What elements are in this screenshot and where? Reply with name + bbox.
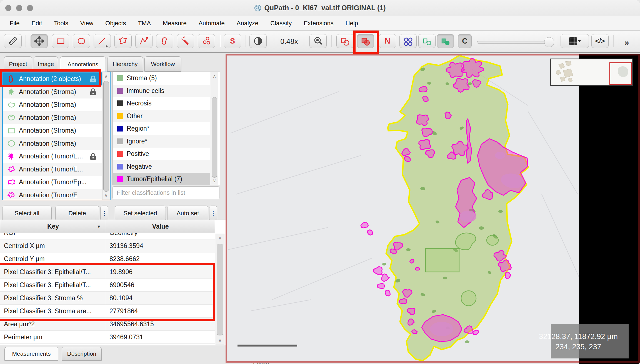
class-more-button[interactable]: ⋮ <box>209 206 217 221</box>
N-icon: N <box>385 37 390 46</box>
class-color-swatch <box>117 113 123 119</box>
menu-measure[interactable]: Measure <box>163 20 187 27</box>
toolbar-separator <box>613 35 614 47</box>
points-tool-button[interactable] <box>198 34 215 48</box>
menu-file[interactable]: File <box>10 20 19 27</box>
class-item[interactable]: Positive <box>113 148 210 160</box>
tab-description[interactable]: Description <box>62 347 102 361</box>
measurement-table-button[interactable] <box>561 34 589 48</box>
annotation-label: Annotation (Tumor/E... <box>19 166 83 173</box>
tab-workflow[interactable]: Workflow <box>144 56 181 72</box>
brightness-contrast-button[interactable] <box>249 34 267 48</box>
menu-tools[interactable]: Tools <box>54 20 68 27</box>
menu-automate[interactable]: Automate <box>199 20 225 27</box>
filter-classifications-input[interactable]: Filter classifications in list <box>112 186 219 199</box>
circle-annotation[interactable] <box>461 291 476 306</box>
table-row[interactable]: Centroid X µm39136.3594 <box>0 239 215 252</box>
table-row[interactable]: Perimeter µm39469.0731 <box>0 331 215 344</box>
green-splat-icon <box>7 88 16 96</box>
annotation-more-button[interactable]: ⋮ <box>100 206 108 221</box>
annotation-item[interactable]: Annotation (Stroma) <box>3 124 102 137</box>
title-bar: QuPath - 0_KI67_val.tif ORIGINAL (1) <box>0 0 640 16</box>
annotation-item[interactable]: Annotation (Tumor/E <box>3 189 102 201</box>
tab-hierarchy[interactable]: Hierarchy <box>107 56 143 72</box>
class-item[interactable]: Tumor/Epithelial (7) <box>113 173 210 185</box>
measurement-key: ROI <box>4 233 15 239</box>
scroll-up-icon[interactable]: ∧ <box>216 235 224 241</box>
class-item[interactable]: Necrosis <box>113 97 210 110</box>
annotation-item[interactable]: Annotation (Tumor/E... <box>3 150 102 163</box>
scroll-up-icon[interactable]: ∧ <box>211 73 218 79</box>
key-column-header[interactable]: Key▼ <box>0 220 106 233</box>
scrollbar-thumb[interactable] <box>103 81 109 192</box>
wand-tool-button[interactable] <box>177 34 194 48</box>
script-editor-button[interactable]: </> <box>591 34 609 48</box>
scroll-down-icon[interactable]: ∨ <box>211 178 218 184</box>
rectangle-annotation[interactable] <box>426 249 459 272</box>
annotation-item[interactable]: Annotation (Stroma) <box>3 98 102 111</box>
menu-view[interactable]: View <box>80 20 93 27</box>
class-item[interactable]: Region* <box>113 122 210 135</box>
measure-tool-button[interactable] <box>4 34 22 48</box>
class-item[interactable]: Other <box>113 110 210 122</box>
menu-help[interactable]: Help <box>346 20 358 27</box>
zoom-to-fit-button[interactable] <box>309 34 327 48</box>
select-all-button[interactable]: Select all <box>2 206 52 221</box>
annotation-item[interactable]: Annotation (Stroma) <box>3 111 102 124</box>
lock-icon <box>89 153 97 160</box>
menu-analyze[interactable]: Analyze <box>237 20 258 27</box>
menu-objects[interactable]: Objects <box>105 20 126 27</box>
move-tool-button[interactable] <box>31 34 48 48</box>
brush-tool-button[interactable] <box>156 34 173 48</box>
menu-edit[interactable]: Edit <box>31 20 42 27</box>
selection-mode-button[interactable]: S <box>224 34 241 48</box>
menu-classify[interactable]: Classify <box>270 20 292 27</box>
scroll-up-icon[interactable]: ∧ <box>102 74 110 79</box>
polygon-tool-button[interactable] <box>114 34 132 48</box>
class-item[interactable]: Immune cells <box>113 85 210 97</box>
image-viewer[interactable]: 32128.37, 11872.92 µm234, 235, 2372 mm <box>226 54 640 364</box>
ellipse-tool-button[interactable] <box>73 34 90 48</box>
class-item[interactable]: Ignore* <box>113 135 210 148</box>
rectangle-tool-button[interactable] <box>52 34 69 48</box>
show-annotations-button[interactable] <box>336 34 354 48</box>
value-column-header[interactable]: Value <box>106 220 215 233</box>
location-text: 32128.37, 11872.92 µm234, 235, 237 <box>509 332 640 352</box>
class-item[interactable]: Negative <box>113 160 210 173</box>
fill-detections-button[interactable] <box>437 34 454 48</box>
table-scrollbar[interactable]: ∧∨ <box>216 234 224 345</box>
delete-button[interactable]: Delete <box>55 206 99 221</box>
annotation-item[interactable]: Annotation (Tumor/E... <box>3 163 102 176</box>
auto-set-button[interactable]: Auto set <box>167 206 208 221</box>
opacity-slider[interactable] <box>477 41 552 44</box>
menu-extensions[interactable]: Extensions <box>304 20 334 27</box>
tab-measurements[interactable]: Measurements <box>4 347 58 361</box>
scroll-down-icon[interactable]: ∨ <box>216 338 224 343</box>
toolbar-separator <box>246 35 246 47</box>
slide-image[interactable] <box>226 54 640 364</box>
overview-thumbnail[interactable] <box>550 59 633 86</box>
table-row[interactable]: ROIGeometry <box>0 233 215 239</box>
scroll-down-icon[interactable]: ∨ <box>102 193 110 198</box>
menu-tma[interactable]: TMA <box>138 20 151 27</box>
set-selected-button[interactable]: Set selected <box>115 206 166 221</box>
annotation-list-scrollbar[interactable]: ∧∨ <box>102 72 110 200</box>
annotation-item[interactable]: Annotation (Stroma) <box>3 85 102 98</box>
opacity-slider-thumb[interactable] <box>544 37 554 47</box>
line-tool-button[interactable] <box>94 34 111 48</box>
polyline-tool-button[interactable] <box>135 34 152 48</box>
show-names-button[interactable]: N <box>379 34 396 48</box>
show-detections-button[interactable] <box>418 34 436 48</box>
class-item[interactable]: Stroma (5) <box>113 72 210 84</box>
show-classification-button[interactable]: C <box>458 34 472 48</box>
annotation-item[interactable]: Annotation (Stroma) <box>3 137 102 150</box>
annotation-item[interactable]: Annotation (Tumor/Ep... <box>3 176 102 189</box>
scrollbar-thumb[interactable] <box>212 97 217 178</box>
scrollbar-thumb[interactable] <box>217 244 223 335</box>
show-tma-grid-button[interactable] <box>399 34 417 48</box>
measurement-key: Perimeter µm <box>4 331 42 344</box>
class-list-scrollbar[interactable]: ∧∨ <box>211 72 218 185</box>
magenta-blob2-icon <box>7 191 16 199</box>
annotation-label: Annotation (Tumor/E <box>19 191 78 199</box>
toolbar-overflow-button[interactable]: » <box>624 38 629 47</box>
